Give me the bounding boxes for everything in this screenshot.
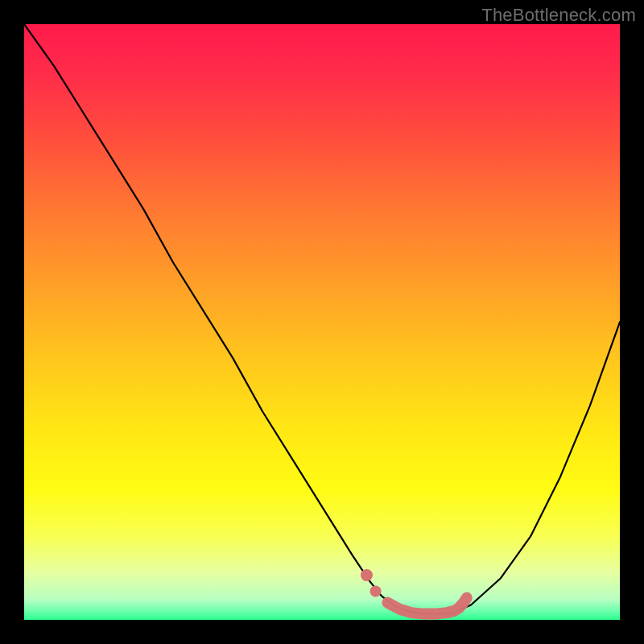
chart-frame: TheBottleneck.com — [0, 0, 644, 644]
bottleneck-curve — [24, 24, 620, 614]
plot-area — [24, 24, 620, 620]
watermark-text: TheBottleneck.com — [481, 5, 636, 26]
chart-overlay — [24, 24, 620, 620]
highlight-dot — [361, 569, 373, 581]
highlight-dot — [370, 585, 382, 597]
highlight-band — [387, 598, 466, 614]
